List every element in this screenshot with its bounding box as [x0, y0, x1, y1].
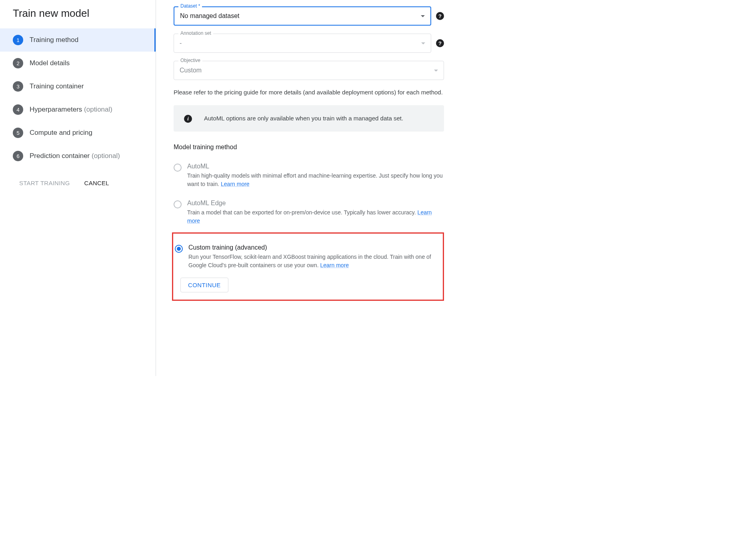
chevron-down-icon [421, 42, 425, 44]
step-label: Training container [30, 82, 84, 90]
radio-button [174, 200, 182, 208]
chevron-down-icon [421, 15, 425, 17]
info-text: AutoML options are only available when y… [204, 114, 403, 123]
option-description: Train high-quality models with minimal e… [187, 172, 444, 188]
chevron-down-icon [434, 70, 438, 72]
cancel-button[interactable]: CANCEL [84, 180, 109, 186]
learn-more-link[interactable]: Learn more [320, 262, 349, 268]
step-label: Hyperparameters (optional) [30, 106, 112, 114]
main-content: Dataset * No managed dataset ? Annotatio… [156, 0, 460, 376]
option-description: Run your TensorFlow, scikit-learn and XG… [188, 253, 436, 270]
highlighted-selection: Custom training (advanced) Run your Tens… [172, 232, 444, 301]
step-number: 1 [13, 35, 23, 45]
step-number: 6 [13, 151, 23, 161]
step-number: 4 [13, 104, 23, 115]
section-header: Model training method [174, 144, 444, 151]
pricing-note: Please refer to the pricing guide for mo… [174, 88, 444, 97]
option-automl[interactable]: AutoML Train high-quality models with mi… [174, 163, 444, 188]
option-title: AutoML Edge [187, 200, 444, 207]
start-training-button[interactable]: START TRAINING [19, 180, 70, 186]
radio-button [175, 245, 183, 253]
learn-more-link[interactable]: Learn more [221, 181, 250, 187]
option-title: AutoML [187, 163, 444, 170]
step-number: 5 [13, 128, 23, 138]
option-custom-training[interactable]: Custom training (advanced) Run your Tens… [175, 244, 436, 270]
page-title: Train new model [0, 7, 156, 28]
annotation-value: - [180, 40, 182, 47]
dataset-value: No managed dataset [180, 12, 240, 20]
objective-label: Objective [178, 58, 202, 63]
info-icon: i [184, 115, 192, 123]
objective-select[interactable]: Custom [174, 61, 444, 80]
annotation-label: Annotation set [178, 30, 213, 36]
step-label: Prediction container (optional) [30, 152, 120, 160]
step-training-container[interactable]: 3 Training container [0, 75, 156, 98]
sidebar-actions: START TRAINING CANCEL [0, 168, 156, 186]
step-model-details[interactable]: 2 Model details [0, 52, 156, 75]
step-training-method[interactable]: 1 Training method [0, 28, 156, 52]
option-title: Custom training (advanced) [188, 244, 436, 251]
radio-button [174, 164, 182, 172]
dataset-select[interactable]: No managed dataset [174, 6, 431, 26]
dataset-label: Dataset * [178, 3, 202, 9]
continue-button[interactable]: CONTINUE [180, 278, 228, 292]
help-icon[interactable]: ? [436, 39, 444, 47]
option-description: Train a model that can be exported for o… [187, 208, 444, 225]
step-label: Compute and pricing [30, 129, 92, 137]
step-hyperparameters[interactable]: 4 Hyperparameters (optional) [0, 98, 156, 121]
wizard-sidebar: Train new model 1 Training method 2 Mode… [0, 0, 156, 376]
option-automl-edge[interactable]: AutoML Edge Train a model that can be ex… [174, 200, 444, 225]
step-label: Model details [30, 59, 70, 67]
step-prediction-container[interactable]: 6 Prediction container (optional) [0, 144, 156, 168]
radio-dot [177, 247, 181, 251]
step-number: 3 [13, 81, 23, 92]
objective-value: Custom [180, 67, 202, 74]
step-compute-pricing[interactable]: 5 Compute and pricing [0, 121, 156, 144]
step-number: 2 [13, 58, 23, 68]
annotation-select[interactable]: - [174, 34, 431, 53]
help-icon[interactable]: ? [436, 12, 444, 20]
step-label: Training method [30, 36, 78, 44]
info-banner: i AutoML options are only available when… [174, 105, 444, 132]
